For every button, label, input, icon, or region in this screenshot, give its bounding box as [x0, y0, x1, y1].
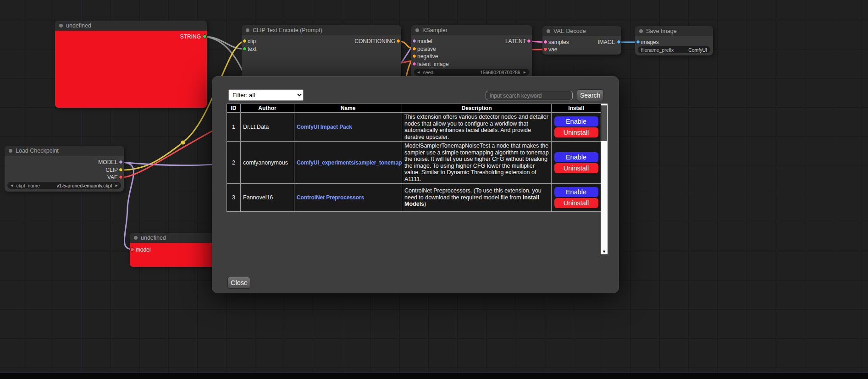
input-latent-image-label: latent_image [417, 60, 449, 68]
ext-id: 3 [227, 184, 241, 212]
input-text-slot[interactable] [243, 47, 247, 51]
chevron-down-icon[interactable]: ▼ [601, 249, 608, 254]
collapse-dot-icon[interactable] [547, 29, 550, 33]
search-button[interactable]: Search [577, 89, 603, 101]
ckpt-name-value: v1-5-pruned-emaonly.ckpt [56, 183, 112, 188]
enable-button[interactable]: Enable [554, 152, 598, 162]
ext-name-link[interactable]: ComfyUI_experiments/sampler_tonemap [297, 159, 402, 166]
enable-button[interactable]: Enable [554, 187, 598, 197]
output-vae-slot[interactable] [119, 175, 123, 179]
input-clip-label: clip [248, 38, 256, 45]
output-image-slot[interactable] [617, 40, 621, 44]
ckpt-name-widget[interactable]: ◀ ckpt_name v1-5-pruned-emaonly.ckpt ▶ [7, 182, 121, 189]
enable-button[interactable]: Enable [554, 116, 598, 126]
output-clip-slot[interactable] [119, 168, 123, 172]
col-id: ID [227, 104, 241, 113]
uninstall-button[interactable]: Uninstall [554, 127, 598, 137]
node-title: CLIP Text Encode (Prompt) [253, 27, 322, 33]
node-title: Save Image [646, 28, 677, 34]
input-latent-image-slot[interactable] [412, 62, 416, 66]
table-row: 2 comfyanonymous ComfyUI_experiments/sam… [227, 142, 601, 184]
col-description: Description [402, 104, 552, 113]
output-latent-slot[interactable] [527, 39, 531, 43]
input-samples-label: samples [548, 38, 569, 46]
ext-id: 1 [227, 113, 241, 142]
input-samples-slot[interactable] [543, 40, 547, 44]
link-midpoint-dot[interactable] [181, 140, 185, 145]
ext-id: 2 [227, 142, 241, 184]
ext-name-link[interactable]: ComfyUI Impact Pack [297, 124, 352, 130]
input-positive-slot[interactable] [412, 47, 416, 51]
input-negative-slot[interactable] [412, 54, 416, 58]
node-title: VAE Decode [553, 28, 586, 34]
ext-description: ControlNet Preprocessors. (To use this e… [402, 184, 552, 212]
ext-name-link[interactable]: ControlNet Preprocessors [297, 194, 364, 201]
wire-string-to-text [205, 37, 244, 49]
node-undefined-top[interactable]: undefined STRING [55, 21, 207, 108]
node-load-checkpoint[interactable]: Load Checkpoint MODEL CLIP VAE ◀ ckpt_na… [5, 146, 124, 192]
seed-widget[interactable]: ◀ seed 156680208700286 ▶ [414, 69, 529, 76]
uninstall-button[interactable]: Uninstall [554, 198, 598, 208]
input-images-slot[interactable] [636, 40, 640, 44]
collapse-dot-icon[interactable] [9, 149, 12, 153]
node-vae-decode[interactable]: VAE Decode samples vae IMAGE [542, 26, 621, 55]
output-conditioning-slot[interactable] [396, 39, 400, 43]
uninstall-button[interactable]: Uninstall [554, 163, 598, 173]
node-title: Load Checkpoint [16, 148, 59, 154]
collapse-dot-icon[interactable] [246, 28, 249, 32]
close-button[interactable]: Close [227, 277, 250, 289]
output-string-slot[interactable] [203, 34, 207, 38]
node-undefined-bottom[interactable]: undefined model [130, 233, 216, 267]
chevron-right-icon[interactable]: ▶ [116, 182, 118, 189]
filename-prefix-label: filename_prefix [641, 47, 674, 53]
input-text-label: text [248, 45, 256, 53]
table-scrollbar[interactable]: ▼ [601, 104, 608, 254]
extension-table: ID Author Name Description Install 1 Dr.… [227, 104, 601, 212]
input-clip-slot[interactable] [243, 39, 247, 43]
collapse-dot-icon[interactable] [134, 236, 138, 240]
table-row: 1 Dr.Lt.Data ComfyUI Impact Pack This ex… [227, 113, 601, 142]
comfyui-manager-dialog: Filter: all Search ID Author Name Descri… [212, 76, 619, 293]
output-clip-label: CLIP [105, 166, 118, 174]
output-model-label: MODEL [98, 159, 118, 166]
output-image-label: IMAGE [597, 38, 615, 46]
seed-widget-value: 156680208700286 [480, 70, 520, 75]
node-graph-canvas[interactable]: undefined STRING CLIP Text Encode (Promp… [0, 0, 868, 379]
ext-author: comfyanonymous [241, 142, 294, 184]
input-images-label: images [641, 38, 659, 46]
input-model-slot[interactable] [412, 39, 416, 43]
output-conditioning-label: CONDITIONING [354, 38, 395, 45]
collapse-dot-icon[interactable] [639, 29, 643, 33]
node-title: KSampler [422, 27, 448, 33]
output-model-slot[interactable] [119, 160, 123, 164]
input-vae-label: vae [548, 46, 557, 53]
output-string-label: STRING [180, 33, 201, 40]
node-title: undefined [141, 235, 166, 241]
ext-description: ModelSamplerTonemapNoiseTest a node that… [402, 142, 552, 184]
ext-author: Fannovel16 [241, 184, 294, 212]
filename-prefix-value: ComfyUI [688, 47, 707, 53]
chevron-left-icon[interactable]: ◀ [417, 69, 420, 76]
node-save-image[interactable]: Save Image images filename_prefix ComfyU… [635, 26, 713, 55]
chevron-right-icon[interactable]: ▶ [524, 69, 526, 76]
scrollbar-thumb[interactable] [601, 105, 607, 141]
filter-dropdown[interactable]: Filter: all [228, 89, 304, 101]
filename-prefix-widget[interactable]: filename_prefix ComfyUI [638, 46, 710, 53]
col-name: Name [294, 104, 402, 113]
table-row: 3 Fannovel16 ControlNet Preprocessors Co… [227, 184, 601, 212]
node-title: undefined [66, 22, 91, 29]
error-node-body [55, 31, 207, 108]
output-latent-label: LATENT [505, 38, 526, 45]
ext-author: Dr.Lt.Data [241, 113, 294, 142]
col-author: Author [241, 104, 294, 113]
input-vae-slot[interactable] [543, 47, 547, 51]
ext-description: This extension offers various detector n… [402, 113, 552, 142]
input-model-label: model [417, 38, 432, 45]
collapse-dot-icon[interactable] [59, 24, 63, 27]
search-input[interactable] [486, 91, 573, 100]
chevron-left-icon[interactable]: ◀ [11, 182, 13, 189]
input-model-slot[interactable] [130, 247, 134, 252]
input-model-label: model [136, 246, 151, 253]
table-header-row: ID Author Name Description Install [227, 104, 601, 113]
collapse-dot-icon[interactable] [415, 28, 419, 32]
